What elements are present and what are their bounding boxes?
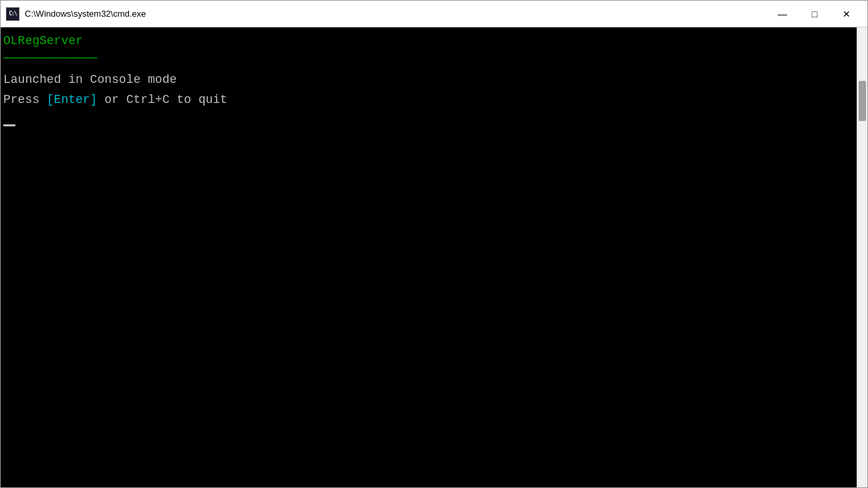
cmd-icon: C:\ bbox=[6, 7, 19, 21]
press-suffix: or Ctrl+C to quit bbox=[97, 93, 227, 106]
maximize-button[interactable]: □ bbox=[799, 4, 830, 24]
title-bar-left: C:\ C:\Windows\system32\cmd.exe bbox=[6, 7, 146, 21]
close-button[interactable]: ✕ bbox=[831, 4, 862, 24]
console-content: OLRegServer ————————————— Launched in Co… bbox=[1, 27, 857, 487]
console-line-launched: Launched in Console mode bbox=[3, 72, 854, 88]
console-cursor-line bbox=[3, 111, 854, 128]
console-cursor bbox=[3, 124, 15, 126]
press-prefix: Press bbox=[3, 93, 47, 106]
console-area[interactable]: OLRegServer ————————————— Launched in Co… bbox=[1, 27, 867, 487]
console-line-press: Press [Enter] or Ctrl+C to quit bbox=[3, 92, 854, 108]
console-line-olregserver: OLRegServer bbox=[3, 33, 854, 49]
window-title: C:\Windows\system32\cmd.exe bbox=[25, 9, 146, 19]
press-bracket: [Enter] bbox=[47, 93, 98, 106]
minimize-button[interactable]: — bbox=[767, 4, 798, 24]
scrollbar-thumb[interactable] bbox=[859, 81, 866, 121]
title-bar: C:\ C:\Windows\system32\cmd.exe — □ ✕ bbox=[1, 1, 867, 27]
window: C:\ C:\Windows\system32\cmd.exe — □ ✕ OL… bbox=[0, 0, 868, 488]
title-bar-buttons: — □ ✕ bbox=[767, 4, 862, 24]
scrollbar[interactable] bbox=[857, 27, 867, 487]
console-line-separator: ————————————— bbox=[3, 49, 854, 66]
